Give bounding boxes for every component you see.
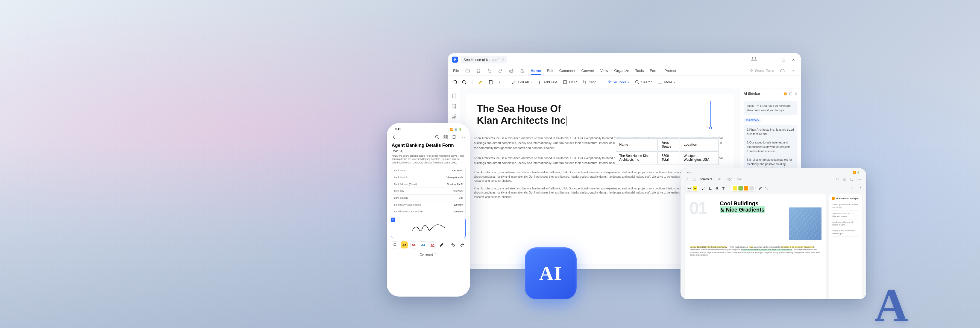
signature-badge-icon: ✎ [391, 218, 395, 222]
bookmarks-icon[interactable] [452, 103, 457, 109]
tab-title: Sea House of klan.pdf [463, 58, 498, 62]
attachments-icon[interactable] [452, 114, 457, 119]
thumbnails-icon[interactable] [452, 93, 457, 99]
ai-sidebar-title: AI Sidebar [744, 92, 760, 96]
page-fit-icon[interactable] [488, 80, 493, 85]
open-icon[interactable] [465, 68, 470, 73]
edit-all-button[interactable]: Edit All▾ [512, 80, 532, 84]
close-panel-icon[interactable]: ✕ [794, 92, 797, 96]
chevron-down-icon[interactable]: ▾ [499, 80, 500, 84]
bookmark-icon[interactable] [452, 135, 457, 139]
text-icon[interactable] [721, 186, 725, 190]
document-tab[interactable]: Sea House of klan.pdf ✕ [461, 56, 507, 64]
phone-form-table: Bank NameABC Bank Bank BranchDrive-up Br… [391, 167, 466, 215]
zoom-out-icon[interactable] [453, 80, 458, 85]
ai-summary-tag[interactable]: #Summary [744, 118, 761, 122]
highlight-colors[interactable]: Aa Aa [686, 185, 699, 192]
search-tools-input[interactable]: Search Tools [749, 69, 774, 73]
text-style-3[interactable]: Aa [420, 241, 426, 248]
notification-icon[interactable] [751, 56, 757, 63]
pin-icon[interactable]: ▣ [784, 92, 787, 96]
more-icon[interactable]: ⋯ [857, 177, 861, 182]
strikethrough-icon[interactable] [715, 186, 719, 190]
toolbar: ▾ Edit All▾ Add Text OCR Crop AI Tools▾ … [448, 76, 801, 89]
undo-icon[interactable] [450, 242, 456, 248]
maximize-icon[interactable]: ▢ [780, 56, 787, 63]
phone-comment-button[interactable]: Comment ⌃ [390, 251, 467, 258]
svg-rect-12 [843, 178, 845, 179]
pen-tool-icon[interactable] [439, 242, 445, 248]
new-chat-icon[interactable]: ▢ [789, 92, 792, 96]
ribbon-tab-convert[interactable]: Convert [581, 68, 594, 73]
tab-tool[interactable]: Tool [737, 178, 741, 181]
annotation-item[interactable]: Aliqua ut enim ad minim veniam quis [832, 228, 859, 237]
ribbon-tab-form[interactable]: Form [650, 68, 659, 73]
redo-icon[interactable] [498, 68, 503, 73]
ai-app-icon: AI [525, 247, 577, 299]
highlighter-icon[interactable] [478, 80, 483, 85]
eraser-icon[interactable] [765, 186, 769, 190]
pen-icon[interactable] [758, 186, 762, 190]
svg-rect-9 [444, 137, 445, 139]
ribbon-tab-home[interactable]: Home [531, 68, 541, 75]
home-icon[interactable] [692, 177, 696, 181]
more-icon[interactable]: ⋯ [460, 134, 465, 140]
close-tab-icon[interactable]: ✕ [502, 58, 504, 62]
ai-tools-button[interactable]: AI Tools▾ [608, 80, 629, 84]
phone-salutation: Dear Sir, [390, 149, 467, 154]
tablet-annotations-panel: To Creative-Concepts Lorem ipsum dolor s… [829, 194, 862, 299]
more-button[interactable]: More▾ [658, 80, 675, 84]
menu-icon[interactable]: ⋮ [760, 56, 767, 63]
add-text-button[interactable]: Add Text [537, 80, 557, 84]
text-style-4[interactable]: Aa [429, 241, 436, 248]
close-window-icon[interactable]: ✕ [790, 56, 797, 63]
share-icon[interactable] [520, 68, 525, 73]
ocr-button[interactable]: OCR [563, 80, 577, 84]
tablet-document-page[interactable]: 01 Cool Buildings & Nice Gradients Monda… [685, 194, 826, 299]
cloud-icon[interactable] [780, 68, 785, 73]
tab-page[interactable]: Page [725, 178, 732, 181]
ribbon-tab-view[interactable]: View [600, 68, 608, 73]
ribbon-tab-tools[interactable]: Tools [635, 68, 644, 73]
tab-comment[interactable]: Comment [700, 178, 712, 181]
checkbox-tool-icon[interactable]: ☐ [391, 241, 398, 248]
ribbon-tab-comment[interactable]: Comment [559, 68, 576, 73]
minimize-icon[interactable]: — [770, 56, 777, 63]
highlight-colors-2[interactable] [731, 185, 756, 192]
search-button[interactable]: Search [635, 80, 652, 84]
ribbon-tab-edit[interactable]: Edit [547, 68, 553, 73]
annotation-item[interactable]: Lorem ipsum dolor sit amet adipiscing [832, 202, 859, 211]
tab-edit[interactable]: Edit [717, 178, 721, 181]
undo-icon[interactable] [487, 68, 492, 73]
back-icon[interactable] [391, 135, 396, 139]
undo-icon[interactable] [851, 186, 855, 190]
back-icon[interactable] [686, 177, 689, 181]
heading-selection-box[interactable]: The Sea House Of Klan Architects Inc| [474, 101, 711, 128]
redo-icon[interactable] [858, 186, 861, 190]
expand-icon[interactable] [791, 68, 796, 73]
zoom-in-icon[interactable] [462, 80, 467, 85]
highlighter-icon[interactable] [702, 186, 706, 190]
search-icon[interactable] [836, 177, 840, 181]
underline-icon[interactable] [708, 186, 712, 190]
print-icon[interactable] [509, 68, 514, 73]
crop-button[interactable]: Crop [582, 80, 596, 84]
redo-icon[interactable] [459, 242, 465, 248]
signature-field[interactable]: ✎ [391, 218, 466, 238]
phone-status-bar: 9:41 📶📡🔋 [390, 127, 467, 133]
save-icon[interactable] [476, 68, 481, 73]
svg-rect-8 [446, 135, 447, 137]
grid-icon[interactable] [843, 177, 846, 181]
ribbon-tab-organize[interactable]: Organize [614, 68, 629, 73]
annotation-item[interactable]: Consectetur elit sed do eiusmod tempor [832, 211, 859, 220]
tablet-body-text: Monday, 01 Jul 2022 // Coolbox Design Ag… [690, 246, 821, 256]
annotation-item[interactable]: Incididunt ut labore et dolore magna [832, 220, 859, 228]
text-style-2[interactable]: Aa [410, 241, 417, 248]
svg-rect-15 [845, 180, 846, 181]
text-style-1[interactable]: Aa [401, 241, 407, 248]
search-icon[interactable] [435, 135, 439, 139]
grid-icon[interactable] [443, 135, 448, 139]
ribbon-tab-protect[interactable]: Protect [664, 68, 676, 73]
file-menu[interactable]: File [453, 68, 459, 73]
bookmark-icon[interactable] [850, 177, 854, 181]
